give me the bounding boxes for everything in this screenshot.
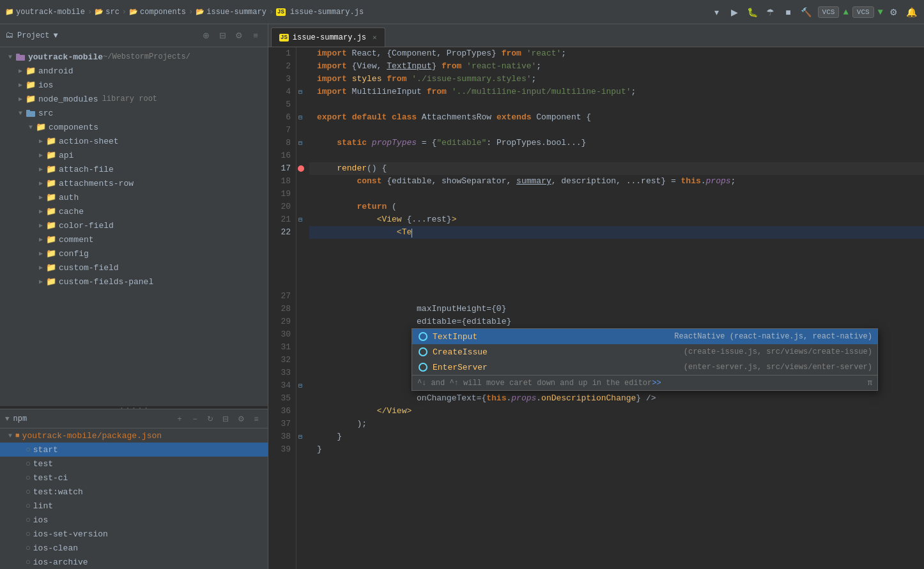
notification-btn[interactable]: 🔔 <box>904 4 919 20</box>
autocomplete-dropdown[interactable]: TextInput ReactNative (react-native.js, … <box>412 328 878 391</box>
fold-marker-8[interactable]: ⊟ <box>296 137 304 149</box>
breadcrumb-item-src[interactable]: 📂 src <box>95 8 119 17</box>
npm-tree[interactable]: ■ youtrack-mobile/package.json ○ start ○… <box>0 429 268 569</box>
tree-item-cache[interactable]: 📁 cache <box>0 204 268 218</box>
build-btn[interactable]: 🔨 <box>799 4 814 20</box>
npm-item-ios-clean[interactable]: ○ ios-clean <box>0 541 268 555</box>
tree-item-components[interactable]: 📁 components <box>0 120 268 134</box>
npm-settings-btn[interactable]: ⚙ <box>235 413 247 425</box>
tree-arrow-node-modules <box>15 94 26 104</box>
fold-marker-4[interactable]: ⊟ <box>296 86 304 98</box>
npm-remove-btn[interactable]: − <box>189 413 201 425</box>
npm-item-test[interactable]: ○ test <box>0 457 268 471</box>
npm-item-ios-archive[interactable]: ○ ios-archive <box>0 555 268 569</box>
ac-item-enterserver[interactable]: EnterServer (enter-server.js, src/views/… <box>412 360 877 375</box>
svg-rect-2 <box>26 111 35 117</box>
tree-item-api[interactable]: 📁 api <box>0 148 268 162</box>
token-5a <box>317 98 322 111</box>
debug-btn[interactable]: 🐛 <box>745 4 760 20</box>
token-3b <box>381 73 387 86</box>
tree-item-action-sheet[interactable]: 📁 action-sheet <box>0 134 268 148</box>
tree-item-attachments-row[interactable]: 📁 attachments-row <box>0 176 268 190</box>
sidebar-title: Project <box>17 31 49 40</box>
stop-btn[interactable]: ■ <box>781 4 796 20</box>
line-num-38: 38 <box>268 430 296 443</box>
project-tree[interactable]: youtrack-mobile ~/WebstormProjects/ 📁 an… <box>0 47 268 406</box>
locate-file-btn[interactable]: ⊕ <box>199 29 213 43</box>
code-line-7 <box>309 124 924 137</box>
tree-item-android[interactable]: 📁 android <box>0 64 268 78</box>
breadcrumb-issue-summary-label: issue-summary <box>206 8 266 17</box>
npm-refresh-btn[interactable]: ↻ <box>204 413 217 425</box>
code-line-27: maxInputHeight={0} <box>309 303 924 315</box>
tree-item-auth[interactable]: 📁 auth <box>0 190 268 204</box>
tree-item-custom-field[interactable]: 📁 custom-field <box>0 261 268 275</box>
tree-item-root[interactable]: youtrack-mobile ~/WebstormProjects/ <box>0 50 268 64</box>
tree-item-attach-file[interactable]: 📁 attach-file <box>0 162 268 176</box>
gutter-ac1 <box>296 239 309 252</box>
settings-btn[interactable]: ⚙ <box>886 4 901 20</box>
token-str-4: '../multiline-input/multiline-input' <box>452 86 631 98</box>
token-34d: } /> <box>636 392 656 405</box>
npm-root-arrow <box>5 430 15 441</box>
folder-icon-components: 📁 <box>36 122 46 132</box>
breadcrumb-item-file[interactable]: JS issue-summary.js <box>276 8 364 17</box>
editor-tab-issue-summary[interactable]: JS issue-summary.js ✕ <box>271 27 385 47</box>
tree-item-node-modules[interactable]: 📁 node_modules library root <box>0 92 268 106</box>
fold-marker-6[interactable]: ⊟ <box>296 111 304 124</box>
token-2c: ; <box>536 60 541 73</box>
settings-tree-btn[interactable]: ⚙ <box>232 29 246 43</box>
gutter-38: ⊟ <box>296 430 309 443</box>
npm-item-start[interactable]: ○ start <box>0 443 268 457</box>
gear-btn[interactable]: ≡ <box>249 29 263 43</box>
token-view-gt: > <box>452 213 457 226</box>
tree-item-config[interactable]: 📁 config <box>0 247 268 261</box>
tab-close-btn[interactable]: ✕ <box>373 33 377 42</box>
breakpoint-dot-17[interactable] <box>298 165 304 172</box>
run-btn[interactable]: ▶ <box>727 4 743 20</box>
npm-item-test-ci[interactable]: ○ test-ci <box>0 471 268 485</box>
fold-marker-34[interactable]: ⊟ <box>296 379 304 392</box>
breadcrumb-item-root[interactable]: 📁 youtrack-mobile <box>5 8 85 17</box>
npm-root-item[interactable]: ■ youtrack-mobile/package.json <box>0 429 268 443</box>
code-line-16 <box>309 149 924 162</box>
ac-item-textinput[interactable]: TextInput ReactNative (react-native.js, … <box>412 329 877 344</box>
token-6b <box>387 111 392 124</box>
tree-item-comment[interactable]: 📁 comment <box>0 232 268 247</box>
token-static: static <box>337 137 367 149</box>
npm-menu-btn[interactable]: ≡ <box>250 413 263 425</box>
collapse-all-btn[interactable]: ⊟ <box>215 29 229 43</box>
tree-arrow-custom-field <box>36 262 46 273</box>
line-num-19: 19 <box>268 188 296 201</box>
ac-footer-link[interactable]: >> <box>652 379 661 388</box>
token-38a: } <box>317 443 322 456</box>
gutter-32 <box>296 354 309 367</box>
tree-item-ios[interactable]: 📁 ios <box>0 78 268 92</box>
tree-item-custom-fields-panel[interactable]: 📁 custom-fields-panel <box>0 275 268 289</box>
line-num-30: 30 <box>268 328 296 341</box>
vcs-badge-2[interactable]: VCS <box>852 6 874 18</box>
coverage-btn[interactable]: ☂ <box>763 4 778 20</box>
line-num-21: 21 <box>268 213 296 226</box>
token-import-3: import <box>317 73 347 86</box>
fold-marker-38[interactable]: ⊟ <box>296 430 304 443</box>
fold-marker-21[interactable]: ⊟ <box>296 213 304 226</box>
tree-arrow-android <box>15 66 26 76</box>
npm-item-ios-set-version[interactable]: ○ ios-set-version <box>0 527 268 541</box>
npm-collapse-arrow[interactable]: ▼ <box>5 415 10 423</box>
vcs-badge-1[interactable]: VCS <box>818 6 840 18</box>
npm-item-lint[interactable]: ○ lint <box>0 499 268 513</box>
npm-item-test-watch[interactable]: ○ test:watch <box>0 485 268 499</box>
npm-add-btn[interactable]: + <box>173 413 186 425</box>
tree-item-color-field[interactable]: 📁 color-field <box>0 218 268 232</box>
tree-item-src[interactable]: src <box>0 106 268 120</box>
breadcrumb-item-issue-summary[interactable]: 📂 issue-summary <box>196 8 266 17</box>
dropdown-btn[interactable]: ▾ <box>709 4 725 20</box>
sidebar-dropdown-arrow[interactable]: ▼ <box>53 31 58 40</box>
tree-label-color-field: color-field <box>59 221 114 231</box>
code-area[interactable]: import React, {Component, PropTypes} fro… <box>309 47 924 569</box>
ac-item-createissue[interactable]: CreateIssue (create-issue.js, src/views/… <box>412 344 877 360</box>
npm-item-ios[interactable]: ○ ios <box>0 513 268 527</box>
npm-collapse-btn[interactable]: ⊟ <box>219 413 232 425</box>
breadcrumb-item-components[interactable]: 📂 components <box>129 8 186 17</box>
